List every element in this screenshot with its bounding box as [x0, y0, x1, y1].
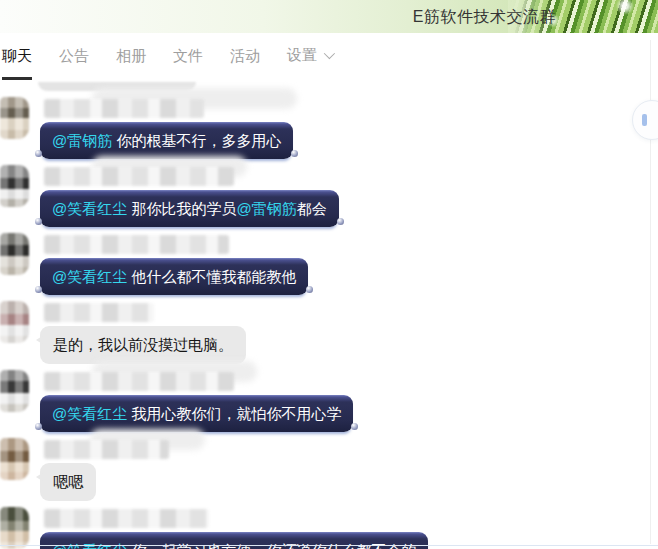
scroll-indicator-icon — [642, 114, 647, 126]
chat-bubble[interactable]: @笑看红尘 他什么都不懂我都能教他 — [40, 258, 308, 295]
avatar[interactable] — [0, 301, 29, 343]
chat-message-list[interactable]: @雷钢筋 你的根基不行，多多用心 @笑看红尘 那你比我的学员@雷钢筋都会 @笑看… — [0, 80, 658, 549]
avatar[interactable] — [0, 233, 29, 275]
avatar[interactable] — [0, 165, 29, 207]
message-group: 是的，我以前没摸过电脑。 — [0, 295, 658, 364]
message-text: 是的，我以前没摸过电脑。 — [53, 336, 233, 353]
group-tab-bar: 聊天 公告 相册 文件 活动 设置 — [0, 33, 658, 80]
message-group: @笑看红尘 你一起学习也方便，你还说你什么都不会的 — [0, 501, 658, 549]
avatar[interactable] — [0, 97, 29, 139]
chat-bubble-clipped[interactable]: @笑看红尘 你一起学习也方便，你还说你什么都不会的 — [40, 532, 428, 549]
tab-activities[interactable]: 活动 — [230, 33, 260, 77]
group-title: E筋软件技术交流群 — [413, 7, 556, 28]
message-text: 你的根基不行，多多用心 — [112, 132, 281, 149]
avatar[interactable] — [0, 438, 29, 480]
avatar[interactable] — [0, 507, 29, 549]
group-banner: E筋软件技术交流群 — [0, 0, 658, 33]
group-chat-window: E筋软件技术交流群 聊天 公告 相册 文件 活动 设置 @雷钢筋 你的根基不行，… — [0, 0, 658, 549]
message-text: 他什么都不懂我都能教他 — [127, 268, 296, 285]
tab-chat[interactable]: 聊天 — [2, 33, 32, 80]
message-group: 嗯嗯 — [0, 432, 658, 501]
avatar[interactable] — [0, 370, 29, 412]
censored-username — [44, 167, 234, 186]
tab-announcement[interactable]: 公告 — [59, 33, 89, 77]
tab-settings[interactable]: 设置 — [287, 33, 332, 77]
message-text: 我用心教你们，就怕你不用心学 — [127, 405, 341, 422]
mention-link[interactable]: @雷钢筋 — [236, 200, 296, 217]
chat-bubble[interactable]: 嗯嗯 — [40, 463, 96, 501]
chat-bubble[interactable]: @笑看红尘 那你比我的学员@雷钢筋都会 — [40, 190, 339, 227]
censored-username — [44, 372, 234, 391]
censored-username — [44, 303, 154, 322]
message-text: 嗯嗯 — [53, 473, 83, 490]
chat-bubble[interactable]: 是的，我以前没摸过电脑。 — [40, 326, 246, 364]
tab-album[interactable]: 相册 — [116, 33, 146, 77]
message-group: @笑看红尘 那你比我的学员@雷钢筋都会 — [0, 159, 658, 227]
mention-link[interactable]: @笑看红尘 — [52, 268, 127, 285]
censored-username — [44, 440, 169, 459]
chat-bubble[interactable]: @雷钢筋 你的根基不行，多多用心 — [40, 122, 293, 159]
chat-bubble[interactable]: @笑看红尘 我用心教你们，就怕你不用心学 — [40, 395, 353, 432]
tab-files[interactable]: 文件 — [173, 33, 203, 77]
message-group: @笑看红尘 他什么都不懂我都能教他 — [0, 227, 658, 295]
chevron-down-icon — [324, 48, 335, 59]
message-text: 都会 — [297, 200, 327, 217]
message-group: @雷钢筋 你的根基不行，多多用心 — [0, 91, 658, 159]
mention-link[interactable]: @笑看红尘 — [52, 200, 127, 217]
message-group: @笑看红尘 我用心教你们，就怕你不用心学 — [0, 364, 658, 432]
window-bottom-border — [0, 545, 658, 546]
message-text: 那你比我的学员 — [127, 200, 236, 217]
censored-username — [44, 235, 229, 254]
tab-settings-label: 设置 — [287, 32, 317, 78]
mention-link[interactable]: @笑看红尘 — [52, 405, 127, 422]
censored-username — [44, 99, 204, 118]
mention-link[interactable]: @雷钢筋 — [52, 132, 112, 149]
censored-username — [44, 509, 209, 528]
